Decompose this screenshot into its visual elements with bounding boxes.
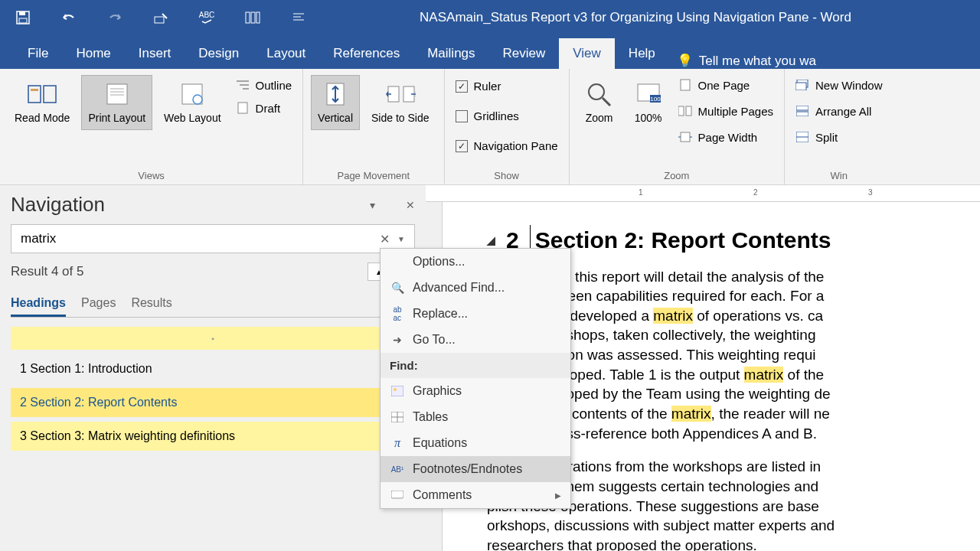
page-width-button[interactable]: Page Width (675, 127, 776, 147)
dd-graphics[interactable]: Graphics (381, 378, 570, 404)
dd-tables[interactable]: Tables (381, 404, 570, 430)
replace-icon: abac (390, 307, 405, 321)
draft-button[interactable]: Draft (233, 98, 296, 118)
menu-layout[interactable]: Layout (253, 38, 319, 69)
web-layout-button[interactable]: Web Layout (157, 75, 227, 130)
dd-replace[interactable]: abacReplace... (381, 301, 570, 327)
spelling-icon[interactable]: ABC (199, 10, 214, 25)
dd-comments[interactable]: Comments▶ (381, 482, 570, 508)
print-layout-button[interactable]: Print Layout (81, 75, 152, 130)
svg-rect-22 (238, 103, 247, 113)
nav-dropdown-icon[interactable]: ▾ (370, 199, 375, 211)
tab-pages[interactable]: Pages (81, 292, 116, 317)
dd-advanced-find[interactable]: 🔍Advanced Find... (381, 275, 570, 301)
ruler-checkbox[interactable]: ✓Ruler (452, 75, 561, 97)
redo-icon[interactable] (107, 10, 122, 25)
dd-goto[interactable]: ➜Go To... (381, 327, 570, 353)
read-mode-button[interactable]: Read Mode (8, 75, 77, 130)
columns-icon[interactable] (245, 10, 260, 25)
save-icon[interactable] (15, 10, 31, 25)
nav-title: Navigation (11, 193, 105, 217)
dd-options[interactable]: Options... (381, 249, 570, 275)
arrange-all-button[interactable]: Arrange All (792, 101, 886, 121)
horizontal-ruler[interactable]: 1 2 3 (426, 185, 980, 202)
tab-headings[interactable]: Headings (11, 292, 66, 317)
checkbox-icon (456, 110, 468, 122)
quick-edit-icon[interactable] (153, 10, 168, 25)
menu-references[interactable]: References (319, 38, 413, 69)
search-input[interactable] (18, 228, 375, 249)
menu-help[interactable]: Help (615, 38, 669, 69)
svg-rect-36 (795, 83, 806, 90)
svg-rect-6 (256, 12, 260, 23)
menu-review[interactable]: Review (489, 38, 560, 69)
svg-rect-37 (796, 106, 808, 110)
nav-item-blank[interactable]: ▪ (11, 327, 415, 350)
split-button[interactable]: Split (792, 127, 886, 147)
menu-design[interactable]: Design (185, 38, 253, 69)
svg-line-27 (603, 98, 610, 106)
svg-point-26 (589, 84, 604, 99)
one-page-icon (678, 78, 692, 92)
zoom-button[interactable]: Zoom (577, 75, 622, 130)
menu-file[interactable]: File (14, 38, 62, 69)
nav-pane-checkbox[interactable]: ✓Navigation Pane (452, 135, 561, 157)
vertical-button[interactable]: Vertical (311, 75, 360, 130)
svg-rect-12 (31, 89, 38, 91)
menu-bar: File Home Insert Design Layout Reference… (0, 35, 980, 69)
tab-results[interactable]: Results (131, 292, 172, 317)
document-title: NASAmain_Status Report v3 for Organizing… (306, 10, 965, 25)
dd-find-label: Find: (381, 353, 570, 378)
window-group-label: Win (792, 167, 886, 181)
ribbon-group-page-movement: Vertical Side to Side Page Movement (303, 69, 444, 184)
one-page-button[interactable]: One Page (675, 75, 776, 95)
svg-rect-13 (107, 84, 127, 104)
highlight-matrix: matrix (653, 308, 693, 324)
svg-rect-31 (681, 80, 690, 90)
search-dropdown-icon[interactable]: ▼ (394, 235, 408, 243)
search-dropdown-menu: Options... 🔍Advanced Find... abacReplace… (380, 248, 571, 509)
dd-equations[interactable]: πEquations (381, 430, 570, 456)
svg-rect-17 (182, 84, 202, 104)
menu-view[interactable]: View (559, 38, 615, 69)
nav-item-section3[interactable]: 3 Section 3: Matrix weighting definition… (11, 422, 415, 451)
side-to-side-button[interactable]: Side to Side (364, 75, 436, 130)
menu-mailings[interactable]: Mailings (413, 38, 488, 69)
collapse-marker-icon[interactable]: ◢ (487, 233, 495, 248)
paragraph-icon[interactable] (291, 10, 306, 25)
search-box[interactable]: ✕ ▼ (11, 224, 415, 253)
svg-text:100: 100 (650, 96, 661, 103)
multiple-pages-button[interactable]: Multiple Pages (675, 101, 776, 121)
highlight-matrix: matrix (744, 367, 784, 383)
new-window-button[interactable]: New Window (792, 75, 886, 95)
svg-rect-4 (246, 12, 250, 23)
svg-rect-10 (28, 86, 41, 103)
checkbox-checked-icon: ✓ (456, 140, 468, 152)
tell-me-search[interactable]: 💡 Tell me what you wa (677, 53, 816, 69)
nav-item-section1[interactable]: 1 Section 1: Introduction (11, 354, 415, 383)
new-window-icon (795, 78, 809, 92)
nav-item-section2[interactable]: 2 Section 2: Report Contents (11, 388, 415, 417)
side-to-side-icon (385, 80, 416, 108)
clear-search-icon[interactable]: ✕ (375, 232, 394, 246)
lightbulb-icon: 💡 (677, 53, 693, 69)
nav-headings-list: ▪ 1 Section 1: Introduction 2 Section 2:… (11, 327, 415, 451)
dd-footnotes[interactable]: AB¹Footnotes/Endnotes (381, 456, 570, 482)
ribbon-group-show: ✓Ruler Gridlines ✓Navigation Pane Show (445, 69, 570, 184)
ribbon-group-zoom: Zoom 100 100% One Page Multiple Pages Pa… (570, 69, 785, 184)
svg-point-42 (394, 388, 397, 391)
menu-home[interactable]: Home (62, 38, 124, 69)
arrange-icon (795, 104, 809, 118)
outline-button[interactable]: Outline (233, 75, 296, 95)
hundred-percent-button[interactable]: 100 100% (626, 75, 671, 130)
svg-rect-41 (391, 386, 403, 396)
print-layout-icon (102, 80, 132, 108)
svg-rect-38 (796, 112, 808, 116)
show-group-label: Show (452, 167, 561, 181)
blank-icon (390, 255, 405, 269)
undo-icon[interactable] (61, 10, 77, 25)
highlight-matrix: matrix (671, 406, 711, 422)
menu-insert[interactable]: Insert (125, 38, 185, 69)
nav-close-icon[interactable]: ✕ (406, 199, 415, 211)
gridlines-checkbox[interactable]: Gridlines (452, 105, 561, 127)
